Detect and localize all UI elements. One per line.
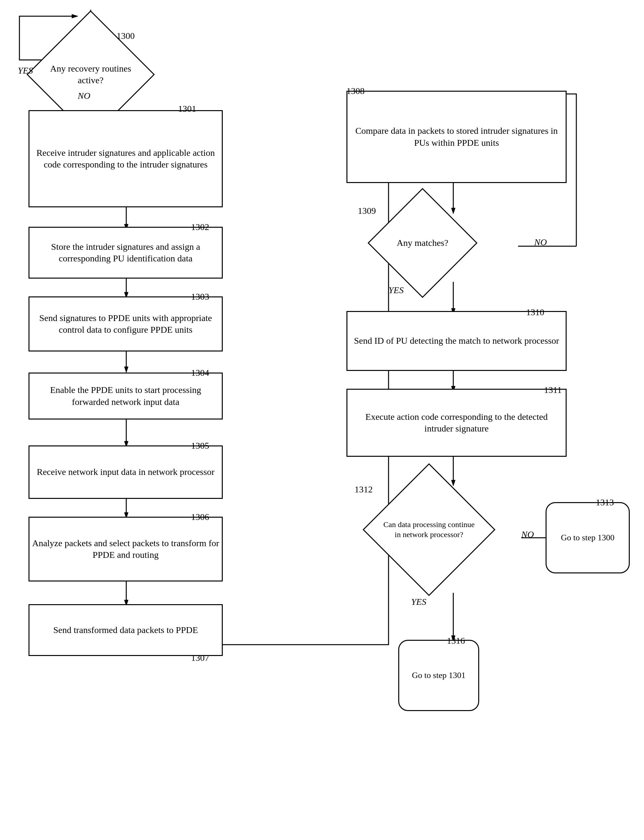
step-1303-num: 1303 [191, 292, 209, 302]
step-1309-num: 1309 [358, 206, 376, 216]
box-1304: Enable the PPDE units to start processin… [28, 372, 223, 420]
step-1300-label: Any recovery routines active? [46, 30, 135, 119]
step-1306-num: 1306 [191, 512, 209, 522]
step-1316-num: 1316 [447, 636, 465, 646]
diamond-1312: Can data processing continue in network … [363, 463, 495, 596]
step-1311-label: Execute action code corresponding to the… [350, 411, 563, 435]
box-1302: Store the intruder signatures and assign… [28, 227, 223, 278]
svg-marker-10 [124, 367, 128, 372]
box-1308: Compare data in packets to stored intrud… [347, 91, 567, 183]
step-1302-label: Store the intruder signatures and assign… [32, 241, 219, 265]
diamond-1309: Any matches? [368, 188, 477, 298]
step-1310-num: 1310 [526, 307, 544, 318]
step-1301-label: Receive intruder signatures and applicab… [32, 147, 219, 171]
step-1311-num: 1311 [544, 385, 562, 395]
step-1302-num: 1302 [191, 222, 209, 232]
box-1311: Execute action code corresponding to the… [347, 389, 567, 457]
step-1307-label: Send transformed data packets to PPDE [53, 624, 198, 636]
no-label-1300: NO [78, 90, 90, 102]
box-1310: Send ID of PU detecting the match to net… [347, 311, 567, 371]
step-1306-label: Analyze packets and select packets to tr… [32, 537, 219, 561]
box-1301: Receive intruder signatures and applicab… [28, 110, 223, 208]
svg-marker-2 [72, 14, 78, 18]
no-label-1312: NO [521, 529, 534, 540]
step-1304-label: Enable the PPDE units to start processin… [32, 384, 219, 408]
step-1313-label: Go to step 1300 [561, 532, 614, 543]
step-1312-label: Can data processing continue in network … [383, 484, 475, 576]
yes-label-1300: YES [18, 65, 33, 76]
step-1308-num: 1308 [347, 86, 365, 96]
step-1303-label: Send signatures to PPDE units with appro… [32, 312, 219, 336]
box-1307: Send transformed data packets to PPDE [28, 604, 223, 656]
yes-label-1309: YES [389, 285, 404, 296]
step-1309-label: Any matches? [384, 205, 460, 281]
no-label-1309: NO [534, 237, 547, 248]
box-1313: Go to step 1300 [545, 502, 630, 573]
box-1306: Analyze packets and select packets to tr… [28, 517, 223, 581]
box-1316: Go to step 1301 [398, 640, 479, 711]
step-1307-num: 1307 [191, 653, 209, 663]
step-1316-label: Go to step 1301 [412, 670, 465, 681]
flowchart-diagram: Any recovery routines active? 1300 YES N… [0, 0, 644, 840]
step-1305-num: 1305 [191, 441, 209, 451]
step-1304-num: 1304 [191, 368, 209, 378]
step-1308-label: Compare data in packets to stored intrud… [350, 125, 563, 149]
step-1312-num: 1312 [355, 484, 373, 495]
step-1310-label: Send ID of PU detecting the match to net… [354, 335, 559, 347]
step-1313-num: 1313 [596, 497, 614, 507]
step-1305-label: Receive network input data in network pr… [37, 466, 215, 478]
step-1300-num: 1300 [117, 31, 135, 41]
yes-label-1312: YES [411, 596, 426, 608]
step-1301-num: 1301 [178, 104, 196, 114]
box-1305: Receive network input data in network pr… [28, 445, 223, 499]
box-1303: Send signatures to PPDE units with appro… [28, 296, 223, 351]
